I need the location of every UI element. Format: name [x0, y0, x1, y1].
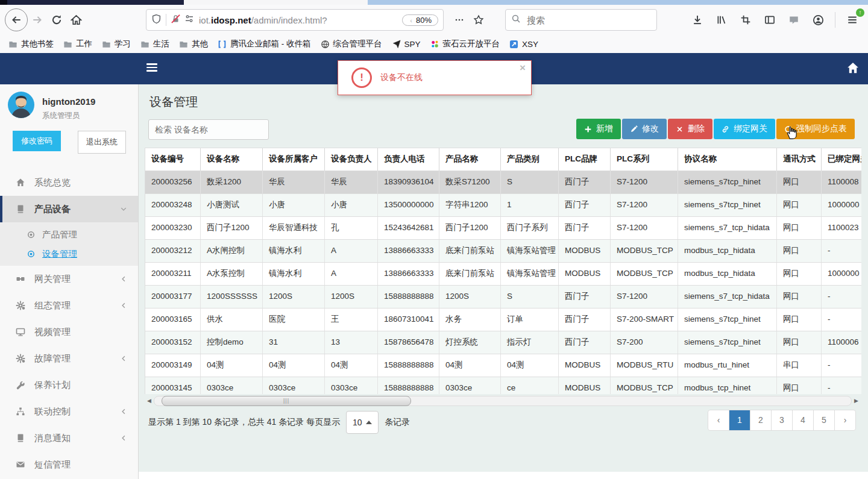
browser-search-input[interactable] [526, 14, 631, 26]
table-cell: siemens_s7tcp_hinet [678, 194, 777, 216]
change-password-button[interactable]: 修改密码 [13, 131, 61, 151]
bind-gateway-button[interactable]: 绑定网关 [714, 119, 775, 139]
table-row[interactable]: 200003230西门子1200华辰智通科技孔15243642681西门子120… [145, 217, 861, 240]
bookmark-item[interactable]: 生活 [136, 37, 174, 51]
scrollbar-thumb[interactable]: ||| [162, 396, 411, 406]
table-row[interactable]: 20000314904测04测04测1588888888804测04测MODBU… [145, 354, 861, 377]
chat-bubble-icon[interactable] [784, 10, 804, 30]
add-button[interactable]: 新增 [576, 119, 621, 139]
app-menu-button[interactable]: ↑ [843, 10, 862, 30]
bookmark-item[interactable]: 腾讯企业邮箱 - 收件箱 [213, 37, 316, 51]
gear-icon [16, 354, 27, 363]
sidebar-item-message-notify[interactable]: 消息通知 [0, 425, 138, 451]
forward-button[interactable] [28, 10, 47, 30]
page-actions-button[interactable] [450, 10, 469, 30]
permissions-icon[interactable] [184, 14, 194, 26]
table-row[interactable]: 200003165供水医院王18607310041水务订单西门子S7-200-S… [145, 308, 861, 331]
column-header[interactable]: 协议名称 [678, 148, 777, 171]
scroll-right-arrow[interactable]: ▶ [852, 398, 861, 404]
sidebar-item-product-mgmt[interactable]: 产品管理 [0, 225, 138, 244]
sidebar-item-overview[interactable]: 系统总览 [0, 169, 138, 196]
screenshot-icon[interactable] [736, 10, 755, 30]
browser-search-box[interactable] [505, 9, 657, 31]
column-header[interactable]: PLC品牌 [559, 148, 611, 171]
table-cell: 200003152 [145, 331, 201, 354]
sidebar-item-device-mgmt[interactable]: 设备管理 [0, 244, 138, 263]
table-cell: 18390936104 [378, 171, 439, 193]
column-header[interactable]: 产品类别 [501, 148, 559, 171]
delete-button[interactable]: 删除 [668, 119, 712, 139]
bookmark-item[interactable]: 学习 [97, 37, 136, 51]
page-button-3[interactable]: 3 [771, 410, 792, 430]
sidebar-item-fault-mgmt[interactable]: 故障管理 [0, 345, 138, 372]
table-cell: 控制demo [201, 331, 263, 354]
logout-button[interactable]: 退出系统 [78, 131, 126, 154]
column-header[interactable]: 设备编号 [145, 148, 201, 171]
column-header[interactable]: 已绑定网关 [822, 148, 861, 171]
shield-icon[interactable] [151, 14, 162, 27]
scroll-left-arrow[interactable]: ◀ [145, 398, 154, 404]
per-page-select[interactable]: 10 [346, 411, 379, 434]
downloads-icon[interactable] [688, 10, 707, 30]
bookmark-item[interactable]: 萤石云开放平台 [426, 37, 505, 51]
bookmark-item[interactable]: 工作 [58, 37, 97, 51]
sidebar-item-video-mgmt[interactable]: 视频管理 [0, 319, 138, 345]
sidebar-item-sms-mgmt[interactable]: 短信管理 [0, 451, 138, 478]
column-header[interactable]: 设备所属客户 [263, 148, 325, 171]
insecure-lock-icon[interactable] [171, 14, 181, 27]
browser-toolbar: iot.idosp.net/admin/index.html? ‹80% [0, 5, 868, 35]
column-header[interactable]: 设备负责人 [325, 148, 378, 171]
page-button-1[interactable]: 1 [729, 410, 750, 430]
chevron-left-icon [120, 302, 127, 309]
sidebar-toggle-icon[interactable] [760, 10, 779, 30]
table-cell: 0303ce [439, 377, 501, 394]
url-bar[interactable]: iot.idosp.net/admin/index.html? ‹80% [146, 9, 444, 31]
force-sync-button[interactable]: 强制同步点表 [776, 119, 855, 139]
sidebar-item-product-device[interactable]: 产品设备 [0, 196, 138, 222]
column-header[interactable]: 设备名称 [201, 148, 263, 171]
action-button-label: 新增 [596, 124, 613, 134]
account-icon[interactable] [808, 10, 828, 30]
sidebar-collapse-icon[interactable] [146, 63, 157, 74]
zoom-level-badge[interactable]: ‹80% [402, 14, 438, 26]
back-button[interactable] [5, 8, 28, 31]
column-header[interactable]: 产品名称 [439, 148, 501, 171]
bookmark-item[interactable]: 其他 [174, 37, 213, 51]
app-home-icon[interactable] [846, 61, 860, 77]
page-button-2[interactable]: 2 [750, 410, 771, 430]
horizontal-scrollbar[interactable]: ◀ ||| ▶ [145, 395, 861, 406]
column-header[interactable]: PLC系列 [611, 148, 678, 171]
library-icon[interactable] [712, 10, 731, 30]
table-row[interactable]: 200003211A水泵控制镇海水利A13886663333底来门前泵站镇海泵站… [145, 263, 861, 286]
reload-button[interactable] [47, 10, 66, 30]
table-row[interactable]: 200003152控制demo311315878656478灯控系统指示灯西门子… [145, 331, 861, 354]
bookmark-item[interactable]: SPY [387, 37, 426, 51]
table-row[interactable]: 200003248小唐测试小唐小唐13500000000字符串12001西门子S… [145, 194, 861, 217]
page-button-5[interactable]: 5 [813, 410, 834, 430]
next-page-button[interactable]: › [834, 410, 855, 430]
table-cell: 镇海泵站管理 [501, 240, 559, 262]
column-header[interactable]: 通讯方式 [777, 148, 822, 171]
bookmark-item[interactable]: XSY [505, 37, 543, 51]
sidebar-item-scada-mgmt[interactable]: 组态管理 [0, 292, 138, 319]
table-row[interactable]: 200003256数采1200华辰华辰18390936104数采S71200S西… [145, 171, 861, 194]
column-header[interactable]: 负责人电话 [378, 148, 439, 171]
avatar[interactable] [8, 92, 34, 118]
bookmark-item[interactable]: 其他书签 [4, 37, 58, 51]
home-button[interactable] [66, 10, 86, 30]
sidebar-item-gateway-mgmt[interactable]: 网关管理 [0, 266, 138, 292]
bookmark-item[interactable]: 综合管理平台 [316, 37, 387, 51]
edit-button[interactable]: 修改 [622, 119, 667, 139]
sidebar-item-maintenance-plan[interactable]: 保养计划 [0, 372, 138, 398]
table-row[interactable]: 2000031771200SSSSSS1200S1200S15888888888… [145, 286, 861, 308]
scrollbar-track[interactable]: ||| [154, 396, 852, 406]
device-search-input[interactable] [148, 119, 269, 140]
book-icon [16, 433, 27, 443]
page-button-4[interactable]: 4 [792, 410, 813, 430]
table-row[interactable]: 200003212A水闸控制镇海水利A13886663333底来门前泵站镇海泵站… [145, 240, 861, 263]
table-row[interactable]: 2000031450303ce0303ce0303ce1588888888803… [145, 377, 861, 394]
alert-close-icon[interactable]: × [520, 62, 526, 74]
bookmark-star-icon[interactable] [469, 10, 488, 30]
prev-page-button[interactable]: ‹ [708, 410, 729, 430]
sidebar-item-linkage-control[interactable]: 联动控制 [0, 398, 138, 425]
